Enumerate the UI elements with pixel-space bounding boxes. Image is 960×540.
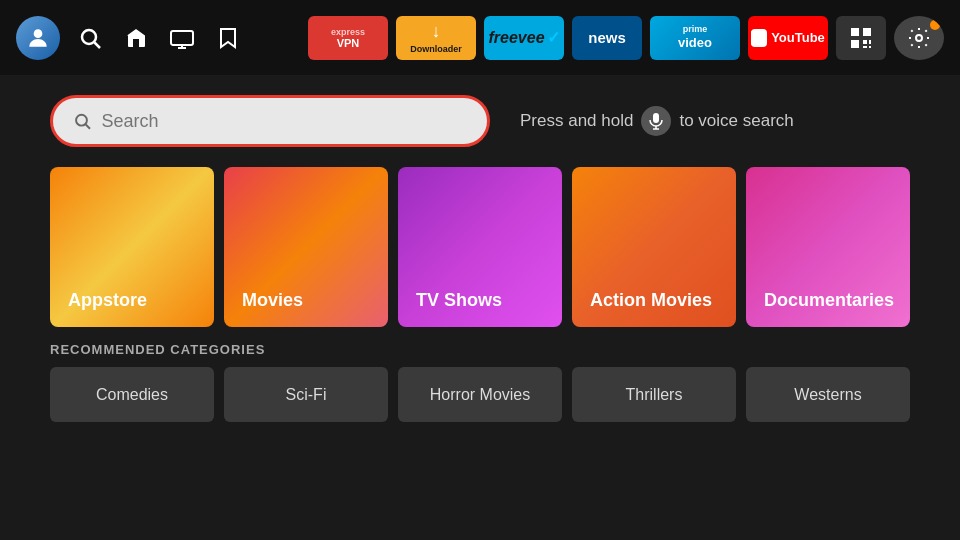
youtube-play-icon — [751, 31, 763, 45]
svg-point-1 — [82, 30, 96, 44]
svg-line-2 — [95, 42, 101, 48]
category-tile-movies[interactable]: Movies — [224, 167, 388, 327]
youtube-logo-bg — [751, 29, 767, 47]
categories-grid: Appstore Movies TV Shows Action Movies D… — [0, 162, 960, 342]
svg-point-15 — [76, 115, 87, 126]
news-label: news — [588, 29, 626, 46]
svg-point-0 — [34, 29, 43, 38]
app-shortcuts: express VPN ↓ Downloader freevee ✓ news — [308, 16, 944, 60]
category-label-tvshows: TV Shows — [416, 290, 502, 311]
recommended-tile-horror[interactable]: Horror Movies — [398, 367, 562, 422]
recommended-tile-thrillers[interactable]: Thrillers — [572, 367, 736, 422]
recommended-title: RECOMMENDED CATEGORIES — [50, 342, 910, 357]
home-icon[interactable] — [120, 22, 152, 54]
svg-rect-12 — [863, 46, 867, 48]
freevee-button[interactable]: freevee ✓ — [484, 16, 564, 60]
recommended-label-thrillers: Thrillers — [626, 386, 683, 404]
settings-gear-icon — [907, 26, 931, 50]
category-label-movies: Movies — [242, 290, 303, 311]
category-tile-documentaries[interactable]: Documentaries — [746, 167, 910, 327]
voice-hint-label2: to voice search — [679, 111, 793, 131]
category-label-appstore: Appstore — [68, 290, 147, 311]
category-label-documentaries: Documentaries — [764, 290, 894, 311]
search-icon — [73, 111, 92, 131]
recommended-grid: Comedies Sci-Fi Horror Movies Thrillers … — [50, 367, 910, 422]
recommended-label-westerns: Westerns — [794, 386, 861, 404]
svg-rect-8 — [863, 28, 871, 36]
voice-hint-text: Press and hold to voice search — [520, 106, 794, 136]
recommended-tile-scifi[interactable]: Sci-Fi — [224, 367, 388, 422]
grid-icon — [850, 27, 872, 49]
youtube-label: YouTube — [771, 30, 825, 45]
category-tile-appstore[interactable]: Appstore — [50, 167, 214, 327]
search-nav-icon[interactable] — [74, 22, 106, 54]
top-navigation: express VPN ↓ Downloader freevee ✓ news — [0, 0, 960, 75]
svg-point-14 — [916, 35, 922, 41]
news-button[interactable]: news — [572, 16, 642, 60]
svg-rect-17 — [653, 113, 659, 123]
recommended-tile-comedies[interactable]: Comedies — [50, 367, 214, 422]
downloader-button[interactable]: ↓ Downloader — [396, 16, 476, 60]
recommended-label-scifi: Sci-Fi — [286, 386, 327, 404]
microphone-icon — [641, 106, 671, 136]
nav-left-icons — [16, 16, 244, 60]
recommended-section: RECOMMENDED CATEGORIES Comedies Sci-Fi H… — [0, 342, 960, 422]
category-label-actionmovies: Action Movies — [590, 290, 712, 311]
recommended-label-horror: Horror Movies — [430, 386, 530, 404]
grid-button[interactable] — [836, 16, 886, 60]
user-avatar[interactable] — [16, 16, 60, 60]
settings-button[interactable] — [894, 16, 944, 60]
search-bar[interactable] — [50, 95, 490, 147]
svg-rect-3 — [133, 39, 139, 47]
svg-rect-9 — [851, 40, 859, 48]
freevee-check-icon: ✓ — [547, 28, 560, 47]
search-section: Press and hold to voice search — [0, 75, 960, 162]
svg-rect-10 — [863, 40, 867, 44]
svg-rect-13 — [869, 46, 871, 48]
search-input[interactable] — [102, 111, 467, 132]
category-tile-tvshows[interactable]: TV Shows — [398, 167, 562, 327]
recommended-label-comedies: Comedies — [96, 386, 168, 404]
svg-rect-7 — [851, 28, 859, 36]
svg-rect-4 — [171, 31, 193, 45]
primevideo-button[interactable]: prime video — [650, 16, 740, 60]
voice-hint-label: Press and hold — [520, 111, 633, 131]
mic-svg — [649, 112, 663, 130]
svg-line-16 — [86, 124, 90, 128]
recommended-tile-westerns[interactable]: Westerns — [746, 367, 910, 422]
bookmark-icon[interactable] — [212, 22, 244, 54]
category-tile-actionmovies[interactable]: Action Movies — [572, 167, 736, 327]
youtube-button[interactable]: YouTube — [748, 16, 828, 60]
settings-notification-dot — [930, 20, 940, 30]
svg-rect-11 — [869, 40, 871, 44]
freevee-label: freevee — [488, 29, 544, 47]
expressvpn-button[interactable]: express VPN — [308, 16, 388, 60]
primevideo-label: prime video — [678, 24, 712, 50]
tv-icon[interactable] — [166, 22, 198, 54]
